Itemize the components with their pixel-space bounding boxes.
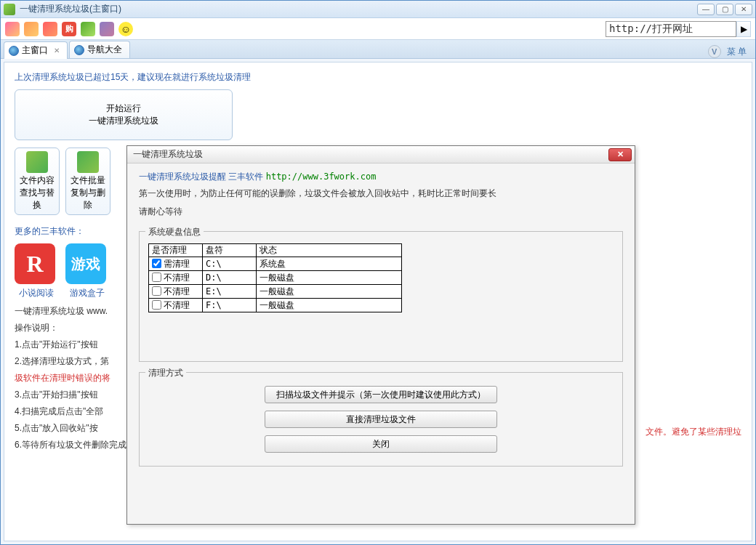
chk-f[interactable] bbox=[152, 300, 161, 310]
url-box: ▶ bbox=[606, 21, 751, 37]
cleanup-dialog: 一键清理系统垃圾 ✕ 一键清理系统垃圾提醒 三丰软件 http://www.3f… bbox=[126, 145, 635, 525]
menu-link[interactable]: 菜 单 bbox=[727, 46, 747, 58]
table-row: 需清理 C:\ 系统盘 bbox=[149, 257, 402, 271]
card-novel-icon: R bbox=[15, 243, 55, 284]
card-game-icon: 游戏 bbox=[65, 243, 106, 284]
start-run-title: 开始运行 bbox=[106, 102, 141, 115]
start-run-button[interactable]: 开始运行 一键清理系统垃圾 bbox=[15, 89, 233, 140]
scan-and-prompt-button[interactable]: 扫描垃圾文件并提示（第一次使用时建议使用此方式） bbox=[265, 386, 497, 403]
info2: 请耐心等待 bbox=[139, 206, 623, 218]
method-fieldset: 清理方式 扫描垃圾文件并提示（第一次使用时建议使用此方式） 直接清理垃圾文件 关… bbox=[139, 372, 623, 467]
disk-table: 是否清理 盘符 状态 需清理 C:\ 系统盘 不清理 D:\ 一般磁盘 bbox=[148, 243, 402, 312]
card-novel[interactable]: R 小说阅读 bbox=[15, 243, 58, 299]
sb1b: 查找与替换 bbox=[18, 187, 56, 211]
titlebar: 一键清理系统垃圾(主窗口) — ▢ ✕ bbox=[1, 1, 755, 18]
url-go-button[interactable]: ▶ bbox=[736, 21, 751, 37]
toolbar-icon-5[interactable] bbox=[81, 22, 95, 36]
reminder-blue: 一键清理系统垃圾提醒 三丰软件 bbox=[139, 171, 263, 182]
direct-clean-button[interactable]: 直接清理垃圾文件 bbox=[265, 411, 497, 428]
cell: 系统盘 bbox=[257, 257, 402, 271]
cell: 需清理 bbox=[164, 259, 190, 269]
ie-icon bbox=[9, 46, 19, 56]
cell: 不清理 bbox=[164, 300, 190, 310]
tab-main[interactable]: 主窗口 ✕ bbox=[4, 41, 68, 59]
file-search-icon bbox=[26, 151, 48, 173]
file-batch-icon bbox=[77, 151, 99, 173]
th-drive: 盘符 bbox=[203, 244, 257, 257]
toolbar-icon-smile[interactable]: ☺ bbox=[118, 22, 133, 36]
table-row: 不清理 E:\ 一般磁盘 bbox=[149, 285, 402, 299]
method-legend: 清理方式 bbox=[145, 367, 186, 379]
notice-text: 上次清理系统垃圾已超过15天，建议现在就进行系统垃圾清理 bbox=[15, 71, 741, 84]
th-clean: 是否清理 bbox=[149, 244, 203, 257]
right-trail-text: 文件。避免了某些清理垃 bbox=[646, 426, 741, 438]
sb2b: 复制与删除 bbox=[69, 187, 107, 211]
card-game[interactable]: 游戏 游戏盒子 bbox=[65, 243, 109, 299]
window-title: 一键清理系统垃圾(主窗口) bbox=[20, 3, 697, 15]
cell: 不清理 bbox=[164, 286, 190, 296]
url-input[interactable] bbox=[606, 21, 736, 37]
chk-c[interactable] bbox=[152, 259, 161, 268]
sb2a: 文件批量 bbox=[71, 174, 105, 187]
main-window: 一键清理系统垃圾(主窗口) — ▢ ✕ 购 ☺ ▶ 主窗口 ✕ 导航大全 bbox=[0, 0, 756, 545]
cell: D:\ bbox=[203, 271, 257, 285]
cell: E:\ bbox=[203, 285, 257, 299]
cell: F:\ bbox=[203, 299, 257, 312]
tab-row: 主窗口 ✕ 导航大全 V 菜 单 bbox=[1, 40, 755, 59]
start-run-sub: 一键清理系统垃圾 bbox=[89, 115, 158, 127]
app-icon bbox=[4, 4, 15, 15]
file-batch-button[interactable]: 文件批量 复制与删除 bbox=[65, 148, 110, 215]
toolbar-icon-2[interactable] bbox=[24, 22, 39, 36]
window-controls: — ▢ ✕ bbox=[697, 4, 752, 15]
chk-d[interactable] bbox=[152, 272, 161, 282]
reminder-line: 一键清理系统垃圾提醒 三丰软件 http://www.3fwork.com bbox=[139, 171, 623, 183]
minimize-button[interactable]: — bbox=[697, 4, 715, 15]
tab-main-label: 主窗口 bbox=[22, 44, 48, 57]
card-game-label: 游戏盒子 bbox=[65, 287, 109, 299]
dialog-close-button[interactable]: ✕ bbox=[608, 148, 632, 161]
maximize-button[interactable]: ▢ bbox=[716, 4, 733, 15]
dialog-titlebar: 一键清理系统垃圾 ✕ bbox=[127, 146, 635, 164]
chk-e[interactable] bbox=[152, 286, 161, 296]
cell: 一般磁盘 bbox=[257, 271, 402, 285]
close-button[interactable]: ✕ bbox=[735, 4, 752, 15]
file-search-button[interactable]: 文件内容 查找与替换 bbox=[15, 148, 60, 215]
tab-nav[interactable]: 导航大全 bbox=[69, 41, 130, 58]
info1: 第一次使用时，为防止任何可能的误删除，垃圾文件会被放入回收站中，耗时比正常时间要… bbox=[139, 187, 623, 200]
content-area: 上次清理系统垃圾已超过15天，建议现在就进行系统垃圾清理 开始运行 一键清理系统… bbox=[4, 62, 752, 541]
toolbar-icon-avatar[interactable] bbox=[100, 22, 114, 36]
tab-close-icon[interactable]: ✕ bbox=[54, 47, 60, 54]
toolbar-icon-home[interactable] bbox=[43, 22, 57, 36]
tab-right: V 菜 单 bbox=[708, 45, 752, 58]
disk-legend: 系统硬盘信息 bbox=[145, 226, 204, 238]
card-novel-label: 小说阅读 bbox=[15, 287, 58, 299]
toolbar: 购 ☺ ▶ bbox=[1, 18, 755, 40]
disk-info-fieldset: 系统硬盘信息 是否清理 盘符 状态 需清理 C:\ 系统盘 bbox=[139, 231, 623, 362]
close-method-button[interactable]: 关闭 bbox=[265, 435, 497, 453]
toolbar-icon-buy[interactable]: 购 bbox=[62, 22, 76, 36]
ie-icon bbox=[74, 45, 84, 55]
tab-nav-label: 导航大全 bbox=[87, 44, 122, 56]
table-row: 不清理 D:\ 一般磁盘 bbox=[149, 271, 402, 285]
cell: 一般磁盘 bbox=[257, 285, 402, 299]
th-status: 状态 bbox=[257, 244, 402, 257]
dialog-title: 一键清理系统垃圾 bbox=[130, 148, 608, 161]
big-button-row: 开始运行 一键清理系统垃圾 bbox=[15, 89, 741, 140]
dialog-body: 一键清理系统垃圾提醒 三丰软件 http://www.3fwork.com 第一… bbox=[127, 164, 635, 524]
cell: 一般磁盘 bbox=[257, 299, 402, 312]
v-badge[interactable]: V bbox=[708, 45, 721, 58]
toolbar-icon-1[interactable] bbox=[5, 22, 20, 36]
table-row: 不清理 F:\ 一般磁盘 bbox=[149, 299, 402, 312]
sb1a: 文件内容 bbox=[20, 174, 55, 187]
cell: C:\ bbox=[203, 257, 257, 271]
cell: 不清理 bbox=[164, 272, 190, 283]
reminder-url[interactable]: http://www.3fwork.com bbox=[266, 171, 377, 182]
